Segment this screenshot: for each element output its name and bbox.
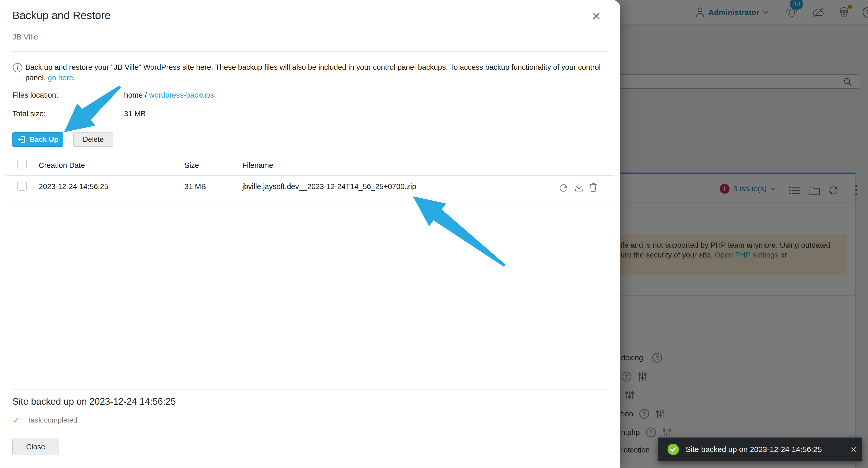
task-status: ✓ Task completed	[13, 415, 77, 425]
page-title: Backup and Restore	[12, 9, 111, 22]
toast-close-icon[interactable]: ×	[851, 444, 857, 455]
footer-divider	[12, 389, 608, 390]
files-location-label: Files location:	[12, 91, 58, 99]
delete-button[interactable]: Delete	[73, 132, 113, 147]
files-location-value: home / wordpress-backups	[124, 91, 214, 99]
divider	[12, 51, 608, 52]
download-icon[interactable]	[574, 182, 584, 193]
table-row[interactable]: 2023-12-24 14:56:25 31 MB jbville.jaysof…	[0, 176, 620, 200]
table-row-divider	[6, 200, 614, 200]
cell-size: 31 MB	[184, 182, 206, 191]
cell-filename: jbville.jaysoft.dev__2023-12-24T14_56_25…	[242, 182, 416, 191]
close-button[interactable]: Close	[12, 439, 59, 455]
row-checkbox[interactable]	[17, 181, 27, 191]
info-icon: i	[13, 63, 22, 72]
col-header-size: Size	[184, 161, 199, 170]
success-check-icon	[668, 444, 679, 455]
success-toast: Site backed up on 2023-12-24 14:56:25 ×	[658, 438, 862, 461]
info-text: Back up and restore your "JB Ville" Word…	[25, 62, 607, 83]
total-size-label: Total size:	[12, 110, 46, 118]
task-status-label: Task completed	[27, 416, 78, 424]
select-all-checkbox[interactable]	[17, 160, 27, 169]
backup-restore-drawer: Backup and Restore × JB Ville i Back up …	[0, 0, 620, 468]
check-icon: ✓	[13, 415, 20, 425]
back-up-icon	[17, 135, 26, 144]
total-size-value: 31 MB	[124, 110, 146, 118]
site-name-subtitle: JB Ville	[12, 33, 38, 41]
screen: Administrator 40	[0, 0, 868, 468]
col-header-filename: Filename	[242, 161, 273, 170]
back-up-button[interactable]: Back Up	[12, 132, 63, 147]
close-icon[interactable]: ×	[592, 9, 601, 23]
col-header-creation-date: Creation Date	[39, 161, 85, 170]
backup-status-title: Site backed up on 2023-12-24 14:56:25	[12, 396, 176, 407]
toast-message: Site backed up on 2023-12-24 14:56:25	[686, 445, 822, 454]
restore-icon[interactable]	[558, 182, 569, 194]
go-here-link[interactable]: go here	[48, 73, 73, 82]
trash-icon[interactable]	[588, 182, 598, 193]
cell-creation-date: 2023-12-24 14:56:25	[39, 182, 108, 191]
wordpress-backups-link[interactable]: wordpress-backups	[149, 91, 214, 99]
